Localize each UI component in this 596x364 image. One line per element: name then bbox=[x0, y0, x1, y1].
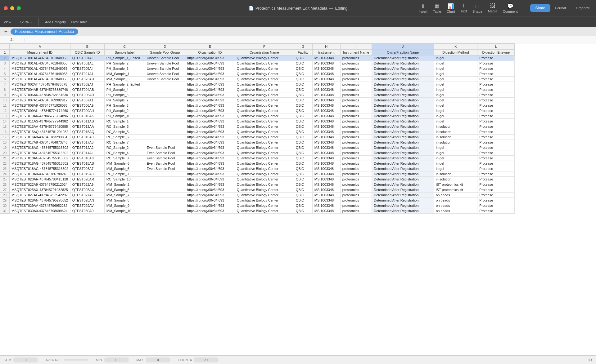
insert-button[interactable]: ⬆ Insert bbox=[416, 2, 430, 14]
cell[interactable]: Quantitative Biology Center bbox=[235, 124, 294, 129]
chart-button[interactable]: 📊 Chart bbox=[444, 2, 458, 14]
cell[interactable]: Uneven Sample Pool bbox=[145, 61, 185, 66]
row-number[interactable]: 6 bbox=[0, 77, 10, 82]
cell[interactable]: Quantitative Biology Center bbox=[235, 140, 294, 145]
cell[interactable]: QTEST001AL bbox=[70, 61, 104, 66]
cell[interactable]: QBiC bbox=[294, 77, 312, 82]
cell[interactable]: QTEST026A7 bbox=[70, 166, 104, 171]
cell[interactable]: in gel bbox=[434, 98, 477, 103]
cell[interactable]: proteomics bbox=[340, 208, 372, 214]
row-number[interactable]: 13 bbox=[0, 113, 10, 119]
cell[interactable]: QBiC bbox=[294, 135, 312, 140]
cell[interactable]: MS:1003348 bbox=[312, 98, 340, 103]
cell[interactable] bbox=[145, 119, 185, 124]
cell[interactable]: Determined After Registration bbox=[372, 61, 434, 66]
cell[interactable]: MS:1003348 bbox=[312, 145, 340, 150]
cell[interactable]: https://ror.org/00v34f693 bbox=[185, 55, 235, 61]
cell[interactable]: MSQTEST020AR-437845788413128 bbox=[10, 177, 70, 182]
cell[interactable] bbox=[145, 203, 185, 208]
cell[interactable]: QTEST023AH bbox=[70, 77, 104, 82]
row-number[interactable]: 11 bbox=[0, 103, 10, 108]
view-button[interactable]: View bbox=[4, 20, 11, 24]
cell[interactable]: https://ror.org/00v34f693 bbox=[185, 61, 235, 66]
cell[interactable]: QBiC bbox=[294, 71, 312, 77]
cell[interactable]: Quantitative Biology Center bbox=[235, 82, 294, 87]
cell[interactable] bbox=[145, 87, 185, 92]
cell[interactable]: MSQTEST016A0-437845783293851 bbox=[10, 135, 70, 140]
cell[interactable]: QBiC bbox=[294, 103, 312, 108]
cell[interactable]: QTEST022A9 bbox=[70, 182, 104, 187]
cell[interactable]: in solution bbox=[434, 129, 477, 135]
row-number[interactable]: 19 bbox=[0, 145, 10, 150]
cell[interactable]: QTEST019A0 bbox=[70, 171, 104, 177]
cell[interactable]: Quantitative Biology Center bbox=[235, 198, 294, 203]
cell[interactable]: Determined After Registration bbox=[372, 171, 434, 177]
col-header-l[interactable]: L bbox=[477, 44, 515, 50]
cell[interactable]: Quantitative Biology Center bbox=[235, 103, 294, 108]
cell[interactable]: QBiC bbox=[294, 87, 312, 92]
cell[interactable]: Quantitative Biology Center bbox=[235, 203, 294, 208]
cell[interactable]: MSQTEST004AB-437845766889746 bbox=[10, 87, 70, 92]
cell[interactable]: Quantitative Biology Center bbox=[235, 150, 294, 156]
cell[interactable]: MSQTEST028AN-437845795278652 bbox=[10, 198, 70, 203]
cell[interactable]: MSQTEST018AG-437845755316502 bbox=[10, 145, 70, 150]
row-number[interactable]: 22 bbox=[0, 161, 10, 166]
cell[interactable]: QTEST018AS bbox=[70, 161, 104, 166]
cell[interactable]: QBiC bbox=[294, 198, 312, 203]
row-number[interactable]: 20 bbox=[0, 150, 10, 156]
row-number[interactable]: 31 bbox=[0, 208, 10, 214]
cell[interactable]: QTEST016A0 bbox=[70, 135, 104, 140]
cell[interactable]: https://ror.org/00v34f693 bbox=[185, 208, 235, 214]
cell[interactable]: MM_Sample_10 bbox=[104, 208, 145, 214]
cell[interactable]: MSQTEST009AH-437845774174260 bbox=[10, 108, 70, 113]
cell[interactable] bbox=[145, 129, 185, 135]
cell[interactable]: proteomics bbox=[340, 119, 372, 124]
cell[interactable]: Quantitative Biology Center bbox=[235, 108, 294, 113]
col-header-f[interactable]: F bbox=[235, 44, 294, 50]
row-number[interactable]: 25 bbox=[0, 177, 10, 182]
cell[interactable]: proteomics bbox=[340, 198, 372, 203]
share-button[interactable]: Share bbox=[530, 4, 550, 12]
cell[interactable]: QBiC bbox=[294, 82, 312, 87]
cell[interactable]: RC_Sample_9 bbox=[104, 171, 145, 177]
header-measurement-id[interactable]: Measurement ID bbox=[10, 50, 70, 55]
cell[interactable]: proteomics bbox=[340, 187, 372, 193]
cell[interactable]: Determined After Registration bbox=[372, 129, 434, 135]
cell[interactable]: Protease bbox=[477, 66, 515, 71]
cell[interactable]: Protease bbox=[477, 161, 515, 166]
cell[interactable]: https://ror.org/00v34f693 bbox=[185, 171, 235, 177]
cell[interactable]: QBiC bbox=[294, 61, 312, 66]
cell[interactable]: on beads bbox=[434, 203, 477, 208]
cell[interactable]: QBiC bbox=[294, 113, 312, 119]
col-header-g[interactable]: G bbox=[294, 44, 312, 50]
cell[interactable]: Quantitative Biology Center bbox=[235, 119, 294, 124]
add-sheet-button[interactable]: + bbox=[2, 28, 9, 35]
cell[interactable]: QBiC bbox=[294, 140, 312, 145]
zoom-in-button[interactable]: + bbox=[30, 20, 32, 24]
cell[interactable]: RC_Sample_5 bbox=[104, 129, 145, 135]
cell[interactable]: MSQTEST007A1-437845769982917 bbox=[10, 98, 70, 103]
cell[interactable]: Even Sample Pool bbox=[145, 150, 185, 156]
cell[interactable]: Quantitative Biology Center bbox=[235, 208, 294, 214]
cell[interactable]: proteomics bbox=[340, 61, 372, 66]
cell[interactable]: MS:1003348 bbox=[312, 182, 340, 187]
cell[interactable]: QTEST005AI bbox=[70, 66, 104, 71]
cell[interactable]: proteomics bbox=[340, 87, 372, 92]
cell[interactable]: MS:1003348 bbox=[312, 129, 340, 135]
header-instrument[interactable]: Instrument bbox=[312, 50, 340, 55]
cell[interactable]: QTEST002AT bbox=[70, 82, 104, 87]
row-number[interactable]: 24 bbox=[0, 171, 10, 177]
cell[interactable]: QTEST030A0 bbox=[70, 208, 104, 214]
cell[interactable]: proteomics bbox=[340, 103, 372, 108]
cell[interactable]: https://ror.org/00v34f693 bbox=[185, 103, 235, 108]
table-container[interactable]: A B C D E F G H I J K L 1 Measurement ID… bbox=[0, 43, 596, 355]
cell[interactable]: Determined After Registration bbox=[372, 87, 434, 92]
cell[interactable]: Quantitative Biology Center bbox=[235, 193, 294, 198]
cell[interactable]: Protease bbox=[477, 187, 515, 193]
cell[interactable] bbox=[145, 193, 185, 198]
cell[interactable]: Determined After Registration bbox=[372, 119, 434, 124]
format-button[interactable]: Format bbox=[553, 6, 569, 11]
cell[interactable]: MSQTEST017A8-437845784873746 bbox=[10, 140, 70, 145]
cell[interactable]: QBiC bbox=[294, 161, 312, 166]
cell[interactable]: Protease bbox=[477, 140, 515, 145]
